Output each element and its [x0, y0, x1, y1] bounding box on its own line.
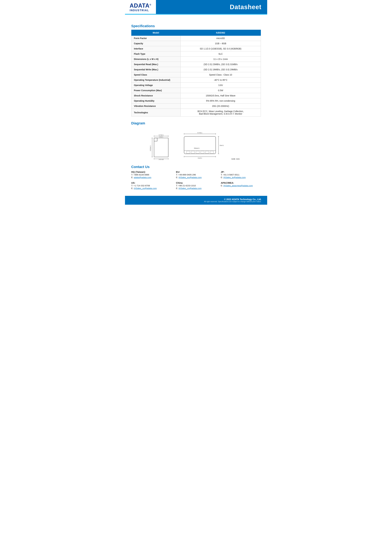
svg-rect-16: [186, 151, 190, 153]
contact-region: US:T: +1-714-332-8708E: IASales_us@adata…: [131, 181, 171, 190]
table-row: TechnologiesBCH ECC, Wear Leveling, Garb…: [131, 109, 261, 116]
spec-value: 0.5W: [181, 88, 261, 93]
contact-email: E: IASales_jp@adata.com: [221, 176, 261, 179]
spec-value: 11 x 15 x 1mm: [181, 57, 261, 62]
contact-region-name: APAC/MEA:: [221, 181, 261, 184]
contact-region: ChinaT: +86-21-6233-1010E: IASales_cn@ad…: [176, 181, 216, 190]
spec-value: (SD 2.0) 19MB/s, (SD 3.0) 29MB/s: [181, 67, 261, 72]
spec-table: Model IUDD362 Form FactormicroSDCapacity…: [131, 30, 261, 116]
spec-value: microSD: [181, 36, 261, 41]
page-footer: © 2022 ADATA Technology Co., Ltd. All ri…: [125, 196, 267, 205]
specifications-heading: Specifications: [131, 24, 261, 28]
svg-text:1+2-1/2: 1+2-1/2: [159, 159, 163, 160]
table-row: Speed ClassSpeed Class : Class 10: [131, 72, 261, 78]
svg-rect-21: [210, 151, 214, 153]
table-row: Power Consumption (Max)0.5W: [131, 88, 261, 93]
spec-value: 3.6V: [181, 83, 261, 88]
table-header-col2: IUDD362: [181, 30, 261, 36]
table-row: Flash TypeSLC: [131, 51, 261, 57]
spec-label: Flash Type: [131, 51, 181, 57]
spec-label: Interface: [131, 46, 181, 51]
contact-email-link[interactable]: IASales_us@adata.com: [134, 187, 157, 190]
svg-text:9.7±0.1: 9.7±0.1: [197, 132, 202, 134]
table-row: Sequential Read (Max.)(SD 2.0) 23MB/s, (…: [131, 62, 261, 67]
contact-email: E: IASales_eu@adata.com: [176, 176, 216, 179]
svg-text:R30±0.5: R30±0.5: [194, 148, 199, 149]
spec-value: 1500G/0.5ms, Half Sine Wave: [181, 93, 261, 98]
spec-value: 5%-95% RH, non-condensing: [181, 98, 261, 104]
spec-label: Capacity: [131, 41, 181, 46]
spec-label: Shock Resistance: [131, 93, 181, 98]
svg-text:0.52±0.1: 0.52±0.1: [150, 146, 151, 151]
spec-label: Operating Temperature (Industrial): [131, 78, 181, 83]
contact-email: E: IASales_us@adata.com: [131, 187, 171, 190]
contact-region-name: EU:: [176, 170, 216, 173]
svg-text:11±0.1: 11±0.1: [198, 157, 202, 159]
svg-text:0.3±0.1: 0.3±0.1: [159, 136, 163, 138]
spec-label: Operating Voltage: [131, 83, 181, 88]
spec-label: Speed Class: [131, 72, 181, 78]
spec-value: SD 1.1/2.0 (1GB/2GB), SD 3.0 (4GB/8GB): [181, 46, 261, 51]
table-row: Form FactormicroSD: [131, 36, 261, 41]
contact-region: JP:T: +81-3-5807-0011E: IASales_jp@adata…: [221, 170, 261, 179]
contact-email: E: IASales_cn@adata.com: [176, 187, 216, 190]
unit-label: Unit: mm: [231, 158, 243, 160]
contact-region-name: JP:: [221, 170, 261, 173]
contact-phone: T: +81-3-5807-0011: [221, 174, 261, 176]
table-header-col1: Model: [131, 30, 181, 36]
svg-text:15±0.1: 15±0.1: [219, 145, 224, 146]
svg-rect-14: [184, 136, 216, 154]
spec-value: BCH ECC, Wear Leveling, Garbage Collecti…: [181, 109, 261, 116]
footer-notice: All right reserved. Specifications are s…: [131, 201, 261, 202]
spec-label: Dimensions (L x W x H): [131, 57, 181, 62]
contact-email-link[interactable]: IASales_apacmea@adata.com: [224, 185, 253, 187]
header-title-area: Datasheet: [156, 0, 267, 14]
table-row: Sequential Write (Max.)(SD 2.0) 19MB/s, …: [131, 67, 261, 72]
spec-value: (SD 2.0) 23MB/s, (SD 3.0) 31MB/s: [181, 62, 261, 67]
table-row: Shock Resistance1500G/0.5ms, Half Sine W…: [131, 93, 261, 98]
contact-phone: T: +86-21-6233-1010: [176, 185, 216, 187]
diagram-left: 0.7±0.1 0.3±0.1 0.52±0.1 1+2-1/2: [149, 128, 175, 160]
spec-label: Sequential Read (Max.): [131, 62, 181, 67]
spec-label: Operating Humidity: [131, 98, 181, 104]
contact-grid: HQ (Taiwan):T: +886-8228-0886E: adata@ad…: [131, 170, 261, 191]
contact-email-link[interactable]: IASales_cn@adata.com: [179, 187, 202, 190]
svg-rect-17: [191, 151, 195, 153]
table-row: Capacity1GB – 8GB: [131, 41, 261, 46]
contact-email: E: adata@adata.com: [131, 176, 171, 179]
main-content: Specifications Model IUDD362 Form Factor…: [125, 14, 267, 196]
contact-region: APAC/MEA:E: IASales_apacmea@adata.com: [221, 181, 261, 190]
table-row: Operating Voltage3.6V: [131, 83, 261, 88]
diagram-right-svg: 9.7±0.1 15±0.1 11±0.1 R30±0.5: [181, 128, 225, 160]
contact-phone: T: +886-8228-0886: [131, 174, 171, 176]
spec-label: Sequential Write (Max.): [131, 67, 181, 72]
contact-phone: T: +1-714-332-8708: [131, 185, 171, 187]
contact-email-link[interactable]: IASales_jp@adata.com: [224, 176, 246, 179]
footer-copyright: © 2022 ADATA Technology Co., Ltd.: [131, 198, 261, 201]
spec-value: 1GB – 8GB: [181, 41, 261, 46]
spec-value: SLC: [181, 51, 261, 57]
svg-rect-20: [205, 151, 209, 153]
table-row: Operating Temperature (Industrial)-40°C …: [131, 78, 261, 83]
page-title: Datasheet: [230, 3, 261, 11]
contact-region-name: US:: [131, 181, 171, 184]
svg-rect-19: [201, 151, 204, 153]
logo-industrial: INDUSTRIAL: [130, 9, 151, 12]
contact-region: EU:T: +49-899-0405-296E: IASales_eu@adat…: [176, 170, 216, 179]
diagram-container: 0.7±0.1 0.3±0.1 0.52±0.1 1+2-1/2: [131, 127, 261, 160]
spec-label: Power Consumption (Max): [131, 88, 181, 93]
diagram-left-svg: 0.7±0.1 0.3±0.1 0.52±0.1 1+2-1/2: [149, 128, 175, 160]
table-row: Operating Humidity5%-95% RH, non-condens…: [131, 98, 261, 104]
svg-rect-18: [196, 151, 199, 153]
logo-adata: ADATA®: [130, 3, 151, 8]
diagram-heading: Diagram: [131, 121, 261, 125]
contact-email: E: IASales_apacmea@adata.com: [221, 185, 261, 187]
contact-email-link[interactable]: IASales_eu@adata.com: [179, 176, 202, 179]
spec-value: 20G (20-2000Hz): [181, 104, 261, 109]
spec-label: Vibration Resistance: [131, 104, 181, 109]
contact-email-link[interactable]: adata@adata.com: [134, 176, 151, 179]
svg-text:0.7±0.1: 0.7±0.1: [159, 134, 163, 136]
logo-area: ADATA® INDUSTRIAL: [125, 0, 156, 14]
contact-phone: T: +49-899-0405-296: [176, 174, 216, 176]
spec-label: Form Factor: [131, 36, 181, 41]
